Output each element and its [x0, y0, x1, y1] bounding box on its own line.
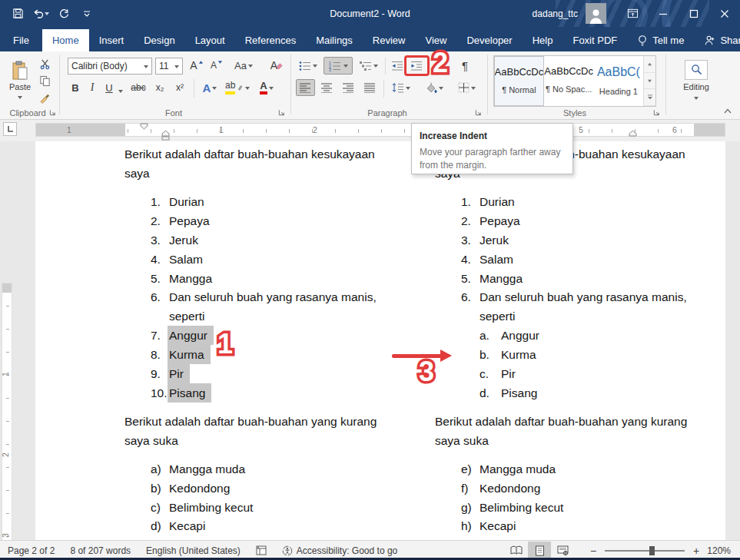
word-count[interactable]: 8 of 207 words: [62, 545, 138, 556]
read-mode-button[interactable]: [505, 542, 528, 560]
align-left-button[interactable]: [296, 79, 315, 96]
styles-gallery-more-button[interactable]: [644, 89, 655, 106]
save-button[interactable]: [8, 4, 28, 24]
search-icon: [685, 60, 708, 80]
tab-design[interactable]: Design: [134, 29, 184, 51]
align-center-button[interactable]: [317, 79, 337, 96]
borders-button[interactable]: [453, 79, 480, 96]
zoom-percentage[interactable]: 120%: [705, 545, 740, 556]
web-layout-button[interactable]: [551, 542, 574, 560]
style-normal[interactable]: AaBbCcDc ¶ Normal: [494, 56, 544, 106]
line-spacing-icon: [392, 82, 404, 93]
language-indicator[interactable]: English (United States): [138, 545, 248, 556]
shading-button[interactable]: [421, 79, 447, 96]
collapse-ribbon-button[interactable]: [722, 105, 734, 116]
cut-button[interactable]: [35, 56, 54, 71]
underline-button[interactable]: U: [101, 79, 117, 96]
text-highlight-button[interactable]: ab: [224, 79, 251, 96]
macro-recording-button[interactable]: [248, 545, 274, 555]
tab-review[interactable]: Review: [363, 29, 416, 51]
zoom-slider-thumb[interactable]: [649, 546, 655, 555]
clipboard-dialog-launcher[interactable]: [48, 108, 57, 117]
tab-stop-selector[interactable]: [3, 122, 17, 136]
zoom-slider[interactable]: [605, 550, 685, 552]
change-case-button[interactable]: Aa: [231, 57, 257, 74]
tab-layout[interactable]: Layout: [185, 29, 235, 51]
print-layout-button[interactable]: [528, 542, 551, 560]
tab-help[interactable]: Help: [523, 29, 563, 51]
ribbon-display-options-button[interactable]: [617, 0, 648, 27]
document-page[interactable]: Berikut adalah daftar buah-buahan kesuka…: [35, 141, 725, 540]
list-item: 4.Salam: [435, 250, 712, 269]
hanging-indent-marker[interactable]: [161, 130, 170, 141]
redo-button[interactable]: [54, 4, 74, 24]
numbering-button[interactable]: 123: [324, 57, 353, 75]
maximize-button[interactable]: [679, 0, 709, 27]
zoom-out-button[interactable]: −: [585, 545, 602, 557]
font-size-combo[interactable]: 11: [155, 58, 183, 75]
numbering-dropdown-caret[interactable]: [343, 65, 348, 70]
tab-insert[interactable]: Insert: [89, 29, 134, 51]
lettered-list: e)Mangga muda f)Kedondong g)Belimbing ke…: [435, 459, 712, 536]
style-no-spacing[interactable]: AaBbCcDc ¶ No Spac...: [544, 56, 594, 106]
justify-button[interactable]: [360, 79, 380, 96]
tab-file[interactable]: File: [0, 29, 42, 51]
paragraph-dialog-launcher[interactable]: [473, 108, 483, 117]
vertical-ruler: 1 2 3 4: [2, 283, 12, 560]
styles-dialog-launcher[interactable]: [652, 108, 661, 117]
paste-dropdown-caret[interactable]: [18, 96, 22, 101]
editing-button[interactable]: Editing: [675, 55, 718, 106]
text-effects-button[interactable]: A: [198, 79, 221, 96]
list-item: 2.Pepaya: [435, 211, 712, 230]
multilevel-list-button[interactable]: [356, 57, 382, 75]
format-painter-button[interactable]: [35, 90, 54, 105]
customize-quick-access-button[interactable]: [77, 4, 97, 24]
styles-scroll-up-button[interactable]: [644, 56, 655, 73]
right-indent-marker[interactable]: [629, 130, 637, 137]
paste-button[interactable]: Paste: [6, 55, 34, 106]
undo-button[interactable]: [31, 4, 51, 24]
share-button[interactable]: Share: [694, 29, 740, 51]
tab-developer[interactable]: Developer: [456, 29, 522, 51]
line-spacing-button[interactable]: [388, 79, 414, 96]
style-heading-1[interactable]: AaBbC( Heading 1: [594, 56, 644, 106]
tab-mailings[interactable]: Mailings: [306, 29, 363, 51]
tab-foxit-pdf[interactable]: Foxit PDF: [562, 29, 627, 51]
paste-clipboard-icon: [12, 61, 28, 81]
page-left-content: Berikut adalah daftar buah-buahan kesuka…: [124, 144, 401, 535]
avatar[interactable]: [586, 3, 606, 24]
tab-references[interactable]: References: [235, 29, 306, 51]
list-item: d)Kecapi: [124, 516, 401, 535]
grow-font-button[interactable]: A: [187, 57, 206, 74]
bold-button[interactable]: B: [68, 79, 83, 96]
close-button[interactable]: [709, 0, 740, 27]
strikethrough-button[interactable]: abc: [128, 79, 149, 96]
signed-in-user[interactable]: dadang_ttc: [533, 8, 578, 19]
accessibility-checker[interactable]: Accessibility: Good to go: [274, 545, 405, 556]
bullets-button[interactable]: [296, 57, 320, 75]
font-color-button[interactable]: A: [255, 79, 278, 96]
align-right-button[interactable]: [339, 79, 358, 96]
show-hide-pilcrow-button[interactable]: ¶: [456, 57, 473, 75]
undo-dropdown-caret[interactable]: [45, 12, 49, 18]
tab-home[interactable]: Home: [42, 29, 89, 51]
underline-dropdown-caret[interactable]: [118, 90, 123, 95]
copy-button[interactable]: [35, 73, 54, 88]
first-line-indent-marker[interactable]: [140, 123, 148, 130]
shrink-font-button[interactable]: A: [207, 57, 226, 74]
tooltip-title: Increase Indent: [420, 131, 565, 141]
clear-formatting-button[interactable]: A: [267, 57, 286, 74]
subscript-button[interactable]: x₂: [151, 79, 169, 96]
page-indicator[interactable]: Page 2 of 2: [0, 545, 62, 556]
quick-access-toolbar: [8, 0, 97, 27]
font-dialog-launcher[interactable]: [277, 108, 286, 117]
ruler-row: 1 1 2 5 6: [0, 120, 740, 141]
styles-scroll-down-button[interactable]: [644, 73, 655, 90]
tell-me-button[interactable]: Tell me: [627, 29, 694, 51]
minimize-button[interactable]: [648, 0, 679, 27]
zoom-in-button[interactable]: +: [688, 545, 705, 557]
horizontal-ruler: 1 1 2 5 6: [35, 123, 725, 137]
italic-button[interactable]: I: [85, 79, 100, 96]
superscript-button[interactable]: x²: [171, 79, 189, 96]
font-name-combo[interactable]: Calibri (Body): [68, 58, 152, 75]
